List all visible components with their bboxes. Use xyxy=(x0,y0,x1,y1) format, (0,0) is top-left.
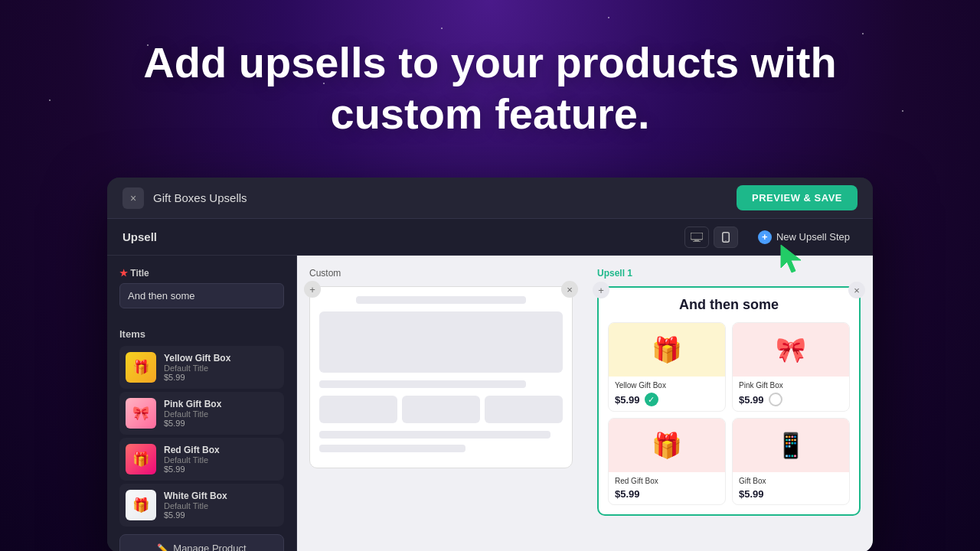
upsell-label: Upsell 1 xyxy=(597,268,861,279)
upsell-product-info: Gift Box $5.99 xyxy=(733,472,849,504)
title-input[interactable] xyxy=(119,283,284,308)
list-item[interactable]: 🎁 Red Gift Box Default Title $5.99 xyxy=(119,438,284,481)
upsell-product-info: Pink Gift Box $5.99 xyxy=(733,377,849,411)
unselected-indicator xyxy=(769,393,782,406)
hero-section: Add upsells to your products with custom… xyxy=(0,0,980,164)
upsell-label: Upsell xyxy=(122,230,157,243)
upsell-product-card[interactable]: 🎁 Yellow Gift Box $5.99 ✓ xyxy=(608,322,726,412)
hero-title: Add upsells to your products with custom… xyxy=(0,37,980,139)
edit-icon: ✏️ xyxy=(157,543,168,552)
svg-rect-0 xyxy=(691,233,703,240)
main-content: ★ Title Items 🎁 Yellow Gift Box Default … xyxy=(107,256,873,551)
custom-column: Custom + × xyxy=(297,256,585,551)
new-upsell-step-button[interactable]: + New Upsell Step xyxy=(750,226,858,249)
new-upsell-label: New Upsell Step xyxy=(776,231,850,243)
card-remove-button[interactable]: × xyxy=(561,281,578,298)
card-add-button[interactable]: + xyxy=(304,281,321,298)
product-thumbnail: 🎀 xyxy=(126,398,156,429)
product-info: Yellow Gift Box Default Title $5.99 xyxy=(164,353,230,382)
upsell-remove-button[interactable]: × xyxy=(848,282,865,298)
items-label: Items xyxy=(119,328,284,340)
window-title: Gift Boxes Upsells xyxy=(153,191,247,204)
product-thumbnail: 🎁 xyxy=(126,352,156,383)
product-image: 📱 xyxy=(733,419,849,472)
upsell-product-info: Red Gift Box $5.99 xyxy=(609,472,725,504)
custom-card: + × xyxy=(309,286,573,468)
upsell-product-card[interactable]: 📱 Gift Box $5.99 xyxy=(732,418,850,505)
list-item[interactable]: 🎁 White Gift Box Default Title $5.99 xyxy=(119,484,284,527)
preview-area: Custom + × Upsel xyxy=(297,256,873,551)
upsell-card: + × And then some 🎁 Yellow Gift Box $5.9… xyxy=(597,286,861,516)
product-image: 🎁 xyxy=(609,419,725,472)
desktop-view-button[interactable] xyxy=(684,227,709,248)
top-bar: × Gift Boxes Upsells PREVIEW & SAVE xyxy=(107,178,873,219)
upsell-product-card[interactable]: 🎀 Pink Gift Box $5.99 xyxy=(732,322,850,412)
svg-rect-1 xyxy=(694,240,699,241)
upsell-product-info: Yellow Gift Box $5.99 ✓ xyxy=(609,377,725,411)
list-item[interactable]: 🎁 Yellow Gift Box Default Title $5.99 xyxy=(119,346,284,389)
app-window: × Gift Boxes Upsells PREVIEW & SAVE Upse… xyxy=(107,178,873,551)
preview-save-button[interactable]: PREVIEW & SAVE xyxy=(737,185,858,210)
product-thumbnail: 🎁 xyxy=(126,490,156,520)
custom-label: Custom xyxy=(309,268,573,279)
upsell-column: Upsell 1 + × And then some 🎁 Yellow Gift… xyxy=(585,256,873,551)
product-info: Pink Gift Box Default Title $5.99 xyxy=(164,399,221,428)
product-image: 🎁 xyxy=(609,323,725,377)
left-panel: ★ Title Items 🎁 Yellow Gift Box Default … xyxy=(107,256,297,551)
toolbar-icons xyxy=(684,227,738,248)
products-list: 🎁 Yellow Gift Box Default Title $5.99 🎀 … xyxy=(119,346,284,527)
upsell-products-grid: 🎁 Yellow Gift Box $5.99 ✓ 🎀 xyxy=(608,322,850,505)
plus-icon: + xyxy=(758,230,772,244)
upsell-add-button[interactable]: + xyxy=(593,282,609,298)
svg-point-4 xyxy=(725,240,726,240)
title-field-label: ★ Title xyxy=(119,268,284,279)
product-image: 🎀 xyxy=(733,323,849,377)
close-button[interactable]: × xyxy=(122,187,144,209)
list-item[interactable]: 🎀 Pink Gift Box Default Title $5.99 xyxy=(119,392,284,435)
second-bar: Upsell + New Upsell Step xyxy=(107,219,873,256)
manage-product-button[interactable]: ✏️ Manage Product xyxy=(119,534,284,551)
svg-rect-2 xyxy=(693,241,701,242)
product-thumbnail: 🎁 xyxy=(126,444,156,474)
product-info: White Gift Box Default Title $5.99 xyxy=(164,491,227,520)
product-info: Red Gift Box Default Title $5.99 xyxy=(164,445,220,474)
upsell-title: And then some xyxy=(608,297,850,313)
top-bar-left: × Gift Boxes Upsells xyxy=(122,187,247,209)
mobile-view-button[interactable] xyxy=(714,227,738,248)
upsell-product-card[interactable]: 🎁 Red Gift Box $5.99 xyxy=(608,418,726,505)
selected-indicator: ✓ xyxy=(645,393,658,406)
